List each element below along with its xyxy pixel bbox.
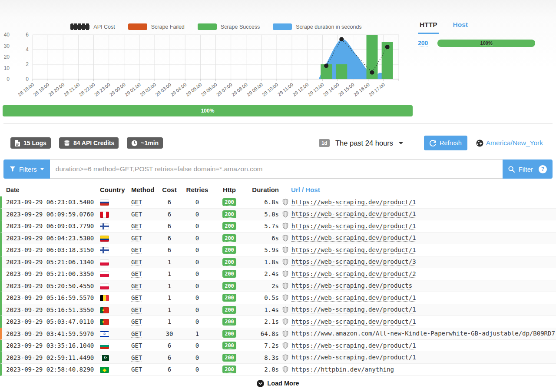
log-country-cell (95, 235, 128, 242)
http-status-badge[interactable]: 200 (222, 222, 236, 230)
table-row[interactable]: 2023-09-29 05:21:00.3350GET102002.4shttp… (0, 268, 556, 280)
tab-host[interactable]: Host (451, 20, 469, 34)
url-link[interactable]: https://web-scraping.dev/product/1 (291, 234, 416, 242)
http-status-badge[interactable]: 200 (222, 270, 236, 278)
svg-text:29 13:00: 29 13:00 (307, 82, 324, 97)
method-label[interactable]: GET (131, 318, 142, 326)
svg-text:29 03:00: 29 03:00 (154, 82, 172, 97)
url-link[interactable]: https://web-scraping.dev/products (291, 282, 412, 289)
url-link[interactable]: https://web-scraping.dev/product/1 (291, 342, 416, 349)
legend-label: Scrape Success (221, 24, 260, 30)
method-label[interactable]: GET (131, 342, 142, 349)
method-label[interactable]: GET (131, 199, 142, 206)
method-label[interactable]: GET (131, 294, 142, 302)
time-range-badge: 1d (319, 139, 330, 147)
header-url-host[interactable]: Url / Host (279, 186, 556, 193)
flag-emblem: ● (100, 319, 109, 325)
help-icon[interactable]: ? (539, 165, 547, 173)
url-link[interactable]: https://web-scraping.dev/product/1 (291, 294, 416, 302)
method-label[interactable]: GET (131, 235, 142, 242)
table-row[interactable]: 2023-09-29 06:09:03.7790GET602005.7shttp… (0, 220, 556, 233)
url-link[interactable]: https://httpbin.dev/anything (291, 366, 394, 373)
method-label[interactable]: GET (131, 223, 142, 230)
log-url-cell: https://web-scraping.dev/product/2 (279, 270, 556, 278)
url-link[interactable]: https://web-scraping.dev/product/1 (291, 223, 416, 230)
table-row[interactable]: 2023-09-29 05:21:06.1340GET102001.8shttp… (0, 256, 556, 269)
table-row[interactable]: 2023-09-29 03:35:16.1040GET602007.2shttp… (0, 340, 556, 352)
table-row[interactable]: 2023-09-29 02:58:40.8290◆GET602002.8shtt… (0, 364, 556, 376)
http-status-badge[interactable]: 200 (222, 246, 236, 254)
http-status-badge[interactable]: 200 (222, 198, 236, 206)
table-row[interactable]: 2023-09-29 03:41:59.5970✡GET30120064.8sh… (0, 328, 556, 340)
http-status-badge[interactable]: 200 (222, 354, 236, 362)
svg-text:29 16:00: 29 16:00 (353, 82, 371, 97)
http-status-badge[interactable]: 200 (222, 210, 236, 218)
method-label[interactable]: GET (131, 259, 142, 266)
url-link[interactable]: https://web-scraping.dev/product/1 (291, 306, 416, 313)
http-code-link[interactable]: 200 (418, 40, 428, 47)
http-status-badge[interactable]: 200 (222, 282, 236, 290)
log-country-cell (95, 199, 128, 206)
method-label[interactable]: GET (131, 354, 142, 362)
globe-icon (476, 140, 483, 147)
header-method: Method (128, 186, 159, 193)
http-status-badge[interactable]: 200 (222, 318, 236, 326)
method-label[interactable]: GET (131, 246, 142, 254)
table-row[interactable]: 2023-09-29 06:03:18.3150GET602005.9shttp… (0, 244, 556, 256)
url-link[interactable]: https://web-scraping.dev/product/1 (291, 210, 416, 218)
status-tabs: HTTP Host (418, 20, 535, 34)
url-link[interactable]: https://www.amazon.com/All-new-Kindle-Pa… (291, 330, 555, 337)
http-status-badge[interactable]: 200 (222, 234, 236, 242)
method-label[interactable]: GET (131, 330, 142, 338)
http-status-badge[interactable]: 200 (222, 330, 236, 338)
svg-text:28 19:00: 28 19:00 (32, 82, 50, 97)
load-more-button[interactable]: Load More (0, 380, 556, 387)
log-url-cell: https://web-scraping.dev/products (279, 282, 556, 289)
url-link[interactable]: https://web-scraping.dev/product/1 (291, 318, 416, 326)
url-link[interactable]: https://web-scraping.dev/product/1 (291, 354, 416, 361)
retries-value: 0 (180, 342, 215, 349)
url-link[interactable]: https://web-scraping.dev/product/1 (291, 199, 416, 206)
log-country-cell: ◆ (95, 366, 128, 373)
tab-http[interactable]: HTTP (418, 20, 439, 34)
url-link[interactable]: https://web-scraping.dev/product/2 (291, 270, 416, 278)
legend-item[interactable]: Scrape duration in seconds (273, 23, 361, 30)
svg-text:0: 0 (7, 76, 10, 82)
country-flag-pk: ☪ (100, 355, 109, 361)
method-label[interactable]: GET (131, 270, 142, 278)
http-status-badge[interactable]: 200 (222, 365, 236, 373)
http-status-badge[interactable]: 200 (222, 342, 236, 349)
method-label[interactable]: GET (131, 366, 142, 373)
country-flag-bg (100, 343, 109, 349)
table-row[interactable]: 2023-09-29 06:04:23.5300GET602006shttps:… (0, 233, 556, 245)
filter-bar: Filters Filter ? (3, 159, 553, 179)
shield-icon (282, 259, 288, 266)
url-link[interactable]: https://web-scraping.dev/product/1 (291, 246, 416, 254)
table-row[interactable]: 2023-09-29 05:16:51.3550●GET102001.4shtt… (0, 304, 556, 316)
http-status-badge[interactable]: 200 (222, 294, 236, 302)
legend-item[interactable]: Scrape Success (198, 23, 260, 30)
refresh-button[interactable]: Refresh (424, 136, 467, 150)
http-code-percent-label: 100% (480, 40, 493, 46)
table-row[interactable]: 2023-09-29 06:09:59.0760GET602005.8shttp… (0, 209, 556, 221)
method-label[interactable]: GET (131, 306, 142, 314)
url-link[interactable]: https://web-scraping.dev/product/3 (291, 258, 416, 266)
log-country-cell (95, 294, 128, 301)
timezone-control[interactable]: America/New_York (476, 139, 543, 147)
time-range-dropdown[interactable]: 1d The past 24 hours (319, 139, 403, 147)
method-label[interactable]: GET (131, 211, 142, 218)
legend-item[interactable]: Scrape Failed (128, 23, 185, 30)
method-label[interactable]: GET (131, 282, 142, 290)
legend-item[interactable]: API Cost (70, 23, 115, 30)
table-row[interactable]: 2023-09-29 05:16:59.5570GET102000.5shttp… (0, 292, 556, 304)
http-status-badge[interactable]: 200 (222, 258, 236, 266)
shield-icon (282, 330, 288, 337)
filter-query-input[interactable] (50, 159, 503, 179)
table-row[interactable]: 2023-09-29 05:20:50.4550GET102002shttps:… (0, 280, 556, 292)
filter-submit-button[interactable]: Filter ? (503, 159, 553, 179)
http-status-badge[interactable]: 200 (222, 306, 236, 314)
table-row[interactable]: 2023-09-29 02:59:11.4490☪GET602008.3shtt… (0, 352, 556, 364)
table-row[interactable]: 2023-09-29 06:23:03.5400GET602006.8shttp… (0, 196, 556, 209)
filters-dropdown-button[interactable]: Filters (3, 159, 50, 179)
table-row[interactable]: 2023-09-29 05:03:47.0110●GET102002.1shtt… (0, 316, 556, 328)
